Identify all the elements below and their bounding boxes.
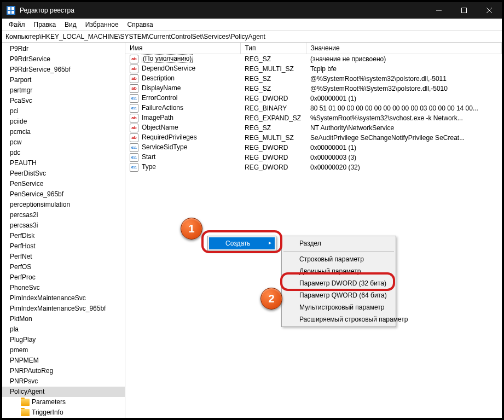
minimize-button[interactable] <box>426 2 451 19</box>
ctx-binary[interactable]: Двоичный параметр <box>283 265 395 277</box>
tree-item[interactable]: PNPMEM <box>2 355 125 366</box>
value-data: 0x00000001 (1) <box>306 143 502 153</box>
value-row[interactable]: (По умолчанию)REG_SZ(значение не присвое… <box>125 54 502 65</box>
tree-item-label: PerfNet <box>10 252 32 261</box>
context-create[interactable]: Создать <box>209 237 275 249</box>
value-name: ErrorControl <box>142 94 177 102</box>
value-name: (По умолчанию) <box>142 54 193 63</box>
value-row[interactable]: DescriptionREG_SZ@%SystemRoot%\system32\… <box>125 74 502 84</box>
tree-item[interactable]: PimIndexMaintenanceSvc_965bf <box>2 304 125 314</box>
value-data: @%SystemRoot%\system32\polstore.dll,-501… <box>306 74 502 84</box>
tree-item[interactable]: pcmcia <box>2 127 125 137</box>
col-type[interactable]: Тип <box>240 43 306 54</box>
tree-item-label: pci <box>10 107 18 116</box>
ctx-expandstring[interactable]: Расширяемый строковый параметр <box>283 313 395 325</box>
key-tree[interactable]: P9RdrP9RdrServiceP9RdrService_965bfParpo… <box>2 43 125 418</box>
value-row[interactable]: FailureActionsREG_BINARY80 51 01 00 00 0… <box>125 103 502 113</box>
menu-view[interactable]: Вид <box>60 20 81 30</box>
value-row[interactable]: DisplayNameREG_SZ@%SystemRoot%\System32\… <box>125 84 502 94</box>
tree-item-label: PNRPsvc <box>10 377 38 386</box>
value-name: DisplayName <box>142 84 181 92</box>
tree-item[interactable]: PcaSvc <box>2 96 125 106</box>
value-row[interactable]: ObjectNameREG_SZNT Authority\NetworkServ… <box>125 123 502 133</box>
tree-item[interactable]: PerfProc <box>2 272 125 283</box>
tree-item-label: PEAUTH <box>10 159 37 168</box>
close-button[interactable] <box>477 2 502 19</box>
tree-item-label: TriggerInfo <box>32 408 63 417</box>
tree-item-label: PimIndexMaintenanceSvc <box>10 294 86 303</box>
tree-item[interactable]: Parport <box>2 75 125 85</box>
value-name: ObjectName <box>142 124 178 131</box>
tree-item[interactable]: Parameters <box>2 397 125 407</box>
tree-item[interactable]: PlugPlay <box>2 335 125 345</box>
window-title: Редактор реестра <box>20 7 74 14</box>
ctx-dword[interactable]: Параметр DWORD (32 бита) <box>283 277 395 289</box>
value-name: ImagePath <box>142 114 173 121</box>
tree-item[interactable]: PNRPAutoReg <box>2 366 125 376</box>
tree-item[interactable]: percsas2i <box>2 210 125 220</box>
value-row[interactable]: TypeREG_DWORD0x00000020 (32) <box>125 162 502 172</box>
value-data: NT Authority\NetworkService <box>306 123 502 133</box>
tree-item-label: Parport <box>10 75 31 85</box>
value-row[interactable]: DependOnServiceREG_MULTI_SZTcpip bfe <box>125 64 502 74</box>
value-row[interactable]: ErrorControlREG_DWORD0x00000001 (1) <box>125 94 502 103</box>
tree-item[interactable]: pci <box>2 106 125 116</box>
menu-favorites[interactable]: Избранное <box>81 20 123 30</box>
tree-item[interactable]: PerfNet <box>2 252 125 262</box>
value-row[interactable]: StartREG_DWORD0x00000003 (3) <box>125 153 502 162</box>
value-type: REG_DWORD <box>240 162 306 172</box>
tree-item[interactable]: PNRPsvc <box>2 376 125 387</box>
menu-edit[interactable]: Правка <box>30 20 61 30</box>
ctx-section[interactable]: Раздел <box>283 237 395 249</box>
tree-item[interactable]: PeerDistSvc <box>2 168 125 179</box>
tree-item[interactable]: PenService <box>2 179 125 189</box>
col-value[interactable]: Значение <box>306 43 502 54</box>
value-type: REG_SZ <box>240 74 306 84</box>
tree-item-label: perceptionsimulation <box>10 200 70 209</box>
menu-file[interactable]: Файл <box>4 20 30 30</box>
binary-icon <box>130 153 138 162</box>
tree-item[interactable]: PenService_965bf <box>2 189 125 200</box>
tree-item[interactable]: pcw <box>2 137 125 148</box>
tree-item[interactable]: pla <box>2 324 125 335</box>
tree-item[interactable]: PolicyAgent <box>2 387 125 397</box>
tree-item-label: pcw <box>10 138 21 147</box>
col-name[interactable]: Имя <box>125 43 240 54</box>
value-name: DependOnService <box>142 65 195 72</box>
value-row[interactable]: ImagePathREG_EXPAND_SZ%SystemRoot%\syste… <box>125 113 502 123</box>
tree-item[interactable]: P9Rdr <box>2 44 125 54</box>
value-row[interactable]: RequiredPrivilegesREG_MULTI_SZSeAuditPri… <box>125 133 502 143</box>
titlebar[interactable]: Редактор реестра <box>2 2 502 19</box>
maximize-button[interactable] <box>451 2 477 19</box>
tree-item[interactable]: PEAUTH <box>2 158 125 168</box>
value-name: FailureActions <box>142 104 183 112</box>
ctx-string[interactable]: Строковый параметр <box>283 253 395 265</box>
tree-item[interactable]: percsas3i <box>2 220 125 231</box>
tree-item[interactable]: pmem <box>2 345 125 355</box>
tree-item[interactable]: TriggerInfo <box>2 407 125 418</box>
context-menu-new[interactable]: Раздел Строковый параметр Двоичный парам… <box>281 236 396 327</box>
tree-item[interactable]: PimIndexMaintenanceSvc <box>2 293 125 304</box>
tree-item[interactable]: P9RdrService <box>2 54 125 65</box>
tree-item[interactable]: PhoneSvc <box>2 283 125 293</box>
value-row[interactable]: ServiceSidTypeREG_DWORD0x00000001 (1) <box>125 143 502 153</box>
value-data: @%SystemRoot%\System32\polstore.dll,-501… <box>306 84 502 94</box>
tree-item[interactable]: partmgr <box>2 85 125 96</box>
tree-item[interactable]: P9RdrService_965bf <box>2 65 125 75</box>
tree-item[interactable]: perceptionsimulation <box>2 200 125 210</box>
tree-item-label: PenService <box>10 179 43 189</box>
context-menu-main[interactable]: Создать <box>207 236 276 251</box>
tree-item[interactable]: PerfDisk <box>2 231 125 241</box>
ctx-multistring[interactable]: Мультистроковый параметр <box>283 301 395 313</box>
address-bar[interactable]: Компьютер\HKEY_LOCAL_MACHINE\SYSTEM\Curr… <box>2 31 502 43</box>
tree-item[interactable]: PerfHost <box>2 241 125 252</box>
tree-item-label: pmem <box>10 346 28 355</box>
tree-item[interactable]: PktMon <box>2 314 125 324</box>
tree-item[interactable]: pciide <box>2 116 125 127</box>
ctx-qword[interactable]: Параметр QWORD (64 бита) <box>283 289 395 301</box>
menu-help[interactable]: Справка <box>123 20 158 30</box>
tree-item-label: PerfHost <box>10 242 36 251</box>
value-name: Type <box>142 163 156 171</box>
tree-item[interactable]: PerfOS <box>2 262 125 272</box>
tree-item[interactable]: pdc <box>2 148 125 158</box>
